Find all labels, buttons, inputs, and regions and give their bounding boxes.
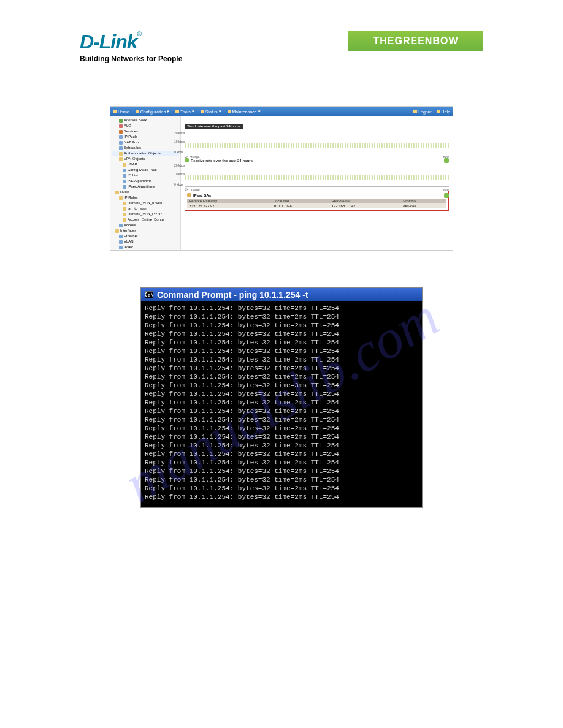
dlink-logo: D-Link® (80, 31, 182, 53)
folder-icon (119, 157, 123, 161)
table-header-row: Remote Gateway Local Net Remote net Prot… (187, 199, 446, 203)
help-label: Help (442, 110, 450, 114)
y-label-10: 10 kbps (174, 140, 185, 143)
folder-icon (119, 196, 123, 200)
gear-icon (119, 130, 123, 134)
alg-icon (119, 124, 123, 128)
tree-accessonline[interactable]: Access_Online_Bonus (112, 217, 179, 222)
status-label: Status (205, 110, 218, 114)
registered-icon: ® (137, 31, 141, 37)
ipsec-sa-block: IPsec SAs Remote Gateway Local Net Remot… (185, 191, 449, 211)
cell-protocol: des-des (401, 203, 446, 208)
folder-icon (123, 163, 126, 167)
home-label: Home (118, 110, 129, 114)
folder-icon (115, 229, 119, 233)
tree-lantowan[interactable]: lan_to_wan (112, 206, 179, 211)
tree-addressbook[interactable]: Address Book (112, 118, 179, 123)
tree-vpnobj[interactable]: VPN Objects (112, 156, 179, 162)
admin-topbar: Home Configuration ▾ Tools ▾ Status ▾ Ma… (110, 107, 453, 116)
recv-rate-chart: 20 kbps 10 kbps 0 kbps 24 hrs ago now (185, 164, 449, 187)
tools-menu[interactable]: Tools ▾ (175, 109, 194, 114)
cell-remote-net: 192.168.1.193 (330, 203, 402, 208)
tree-ikealgo[interactable]: IKE Algorithms (112, 178, 179, 184)
cell-local-net: 10.1.1.0/24 (272, 203, 330, 208)
doc-icon (123, 169, 126, 172)
y-label-20b: 20 kbps (174, 164, 185, 167)
doc-icon (119, 135, 123, 139)
tree-rules[interactable]: Rules (112, 189, 179, 195)
chart-icon (185, 158, 189, 162)
x-label-start: 24 hrs ago (185, 155, 200, 159)
refresh-icon[interactable] (444, 158, 449, 163)
book-icon (119, 119, 123, 123)
doc-icon (123, 180, 126, 183)
col-protocol: Protocol (401, 199, 446, 203)
tree-alg[interactable]: ALG (112, 123, 179, 129)
tree-access[interactable]: Access (112, 222, 179, 228)
maint-menu[interactable]: Maintenance ▾ (228, 109, 261, 114)
tree-ldap[interactable]: LDAP (112, 162, 179, 167)
tree-authobj[interactable]: Authentication Objects (112, 151, 179, 156)
y-label-0: 0 kbps (174, 150, 183, 154)
calendar-icon (119, 146, 123, 150)
maint-label: Maintenance (232, 110, 257, 114)
tree-vlan[interactable]: VLAN (112, 239, 179, 245)
nav-tree: Address Book ALG Services IP Pools NAT P… (110, 116, 181, 250)
logout-icon (413, 110, 417, 113)
lock-icon (187, 193, 191, 197)
dlink-brand-text: D-Link (80, 31, 137, 53)
ipsec-sa-title: IPsec SAs (193, 194, 211, 197)
tree-interfaces[interactable]: Interfaces (112, 228, 179, 233)
tree-idlist[interactable]: ID List (112, 173, 179, 178)
tree-services[interactable]: Services (112, 129, 179, 134)
tree-remotepptp[interactable]: Remote_VPN_PPTP (112, 211, 179, 217)
doc-icon (123, 185, 126, 189)
folder-icon (123, 207, 126, 211)
y-label-20: 20 kbps (174, 131, 185, 135)
x-label-start-b: 24 hrs ago (185, 188, 200, 191)
send-rate-title: Send rate over the past 24 hours (185, 124, 243, 129)
status-menu[interactable]: Status ▾ (201, 109, 221, 114)
y-label-10b: 10 kbps (174, 172, 185, 176)
vlan-icon (119, 240, 123, 244)
tree-ipsec[interactable]: IPsec (112, 245, 179, 250)
folder-icon (123, 213, 126, 216)
cmd-screenshot: C:\ Command Prompt - ping 10.1.1.254 -t … (140, 287, 423, 508)
tree-ethernet[interactable]: Ethernet (112, 233, 179, 239)
x-label-end-b: now (443, 188, 449, 191)
tree-schedules[interactable]: Schedules (112, 145, 179, 151)
tree-iprules[interactable]: IP Rules (112, 195, 179, 200)
help-icon (437, 110, 440, 113)
table-row[interactable]: 203.125.227.97 10.1.1.0/24 192.168.1.193… (187, 203, 446, 208)
config-menu[interactable]: Configuration ▾ (136, 109, 170, 114)
tree-ippools[interactable]: IP Pools (112, 134, 179, 140)
cmd-title-text: Command Prompt - ping 10.1.1.254 -t (157, 290, 308, 300)
help-link[interactable]: Help (437, 110, 450, 114)
logout-label: Logout (418, 110, 431, 114)
folder-icon (119, 152, 123, 156)
recv-rate-header: Receive rate over the past 24 hours (185, 158, 449, 162)
lock-icon (119, 246, 123, 249)
tree-ipsecalgo[interactable]: IPsec Algorithms (112, 184, 179, 189)
cell-remote-gw: 203.125.227.97 (187, 203, 272, 208)
tree-configmode[interactable]: Config Mode Pool (112, 167, 179, 173)
recv-rate-title: Receive rate over the past 24 hours (191, 159, 253, 162)
logout-link[interactable]: Logout (413, 110, 431, 114)
folder-icon (115, 191, 119, 194)
tree-natpool[interactable]: NAT Pool (112, 140, 179, 145)
cmd-titlebar: C:\ Command Prompt - ping 10.1.1.254 -t (141, 288, 422, 301)
col-local-net: Local Net (272, 199, 330, 203)
tree-remotevpn[interactable]: Remote_VPN_IPSec (112, 200, 179, 206)
home-icon (113, 110, 117, 113)
send-rate-chart: 20 kbps 10 kbps 0 kbps 24 hrs ago now (185, 131, 449, 154)
dlink-tagline: Building Networks for People (80, 55, 182, 63)
ethernet-icon (119, 235, 123, 238)
chart-line-icon (185, 143, 449, 148)
y-label-0b: 0 kbps (174, 183, 183, 186)
refresh-icon[interactable] (444, 193, 449, 198)
cmd-output: Reply from 10.1.1.254: bytes=32 time=2ms… (141, 301, 422, 507)
page-header: D-Link® Building Networks for People THE… (0, 0, 563, 69)
home-menu[interactable]: Home (113, 110, 129, 114)
chart-line-icon (185, 175, 449, 180)
greenbow-logo: THEGREENBOW (348, 31, 483, 51)
